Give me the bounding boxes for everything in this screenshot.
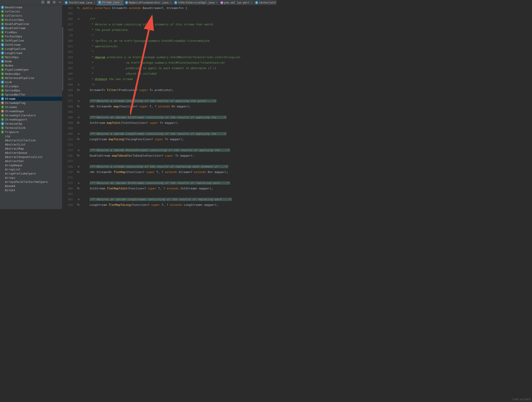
sidebar-item-nodes[interactable]: CNodes <box>0 63 62 68</box>
code-line[interactable]: IntStream flatMapToInt(Function<? super … <box>83 186 277 191</box>
override-gutter[interactable]: O↓ <box>76 169 82 175</box>
close-icon[interactable]: × <box>94 1 95 4</box>
sidebar-item-streamopflag[interactable]: EStreamOpFlag <box>0 101 62 105</box>
code-line[interactable]: LongStream mapToLong(ToLongFunction<? su… <box>83 136 277 142</box>
sidebar-item-arraylist[interactable]: ArrayList <box>0 167 62 171</box>
code-line[interactable]: <R> Stream<R> flatMap(Function<? super T… <box>83 169 277 175</box>
override-gutter[interactable]: O↓ <box>76 120 82 126</box>
sidebar-item-terminalsink[interactable]: CTerminalSink <box>0 126 62 130</box>
code-line[interactable]: public interface Stream<T> extends BaseS… <box>83 5 277 11</box>
sidebar-item-pipelinehelper[interactable]: CPipelineHelper <box>0 68 62 72</box>
sidebar-item-distinctops[interactable]: CDistinctOps <box>0 18 62 22</box>
code-line[interactable]: IntStream mapToInt(ToIntFunction<? super… <box>83 120 277 126</box>
fold-toggle[interactable]: ⊞ <box>76 197 82 202</box>
sidebar-item-abstractqueue[interactable]: AbstractQueue <box>0 151 62 155</box>
fold-toggle[interactable]: ⊞ <box>76 115 82 120</box>
code-line[interactable] <box>83 93 277 98</box>
code-line[interactable]: * @param predicate a <a href="package-su… <box>83 54 277 60</box>
fold-toggle[interactable]: ⊞ <box>76 98 82 104</box>
fold-toggle[interactable]: ⊟ <box>76 16 82 22</box>
sidebar-item-zip[interactable]: zip <box>0 134 62 138</box>
close-icon[interactable]: × <box>251 1 252 4</box>
sidebar-item-streamsupport[interactable]: CStreamSupport <box>0 117 62 122</box>
sidebar-item-sliceops[interactable]: CSliceOps <box>0 84 62 88</box>
sidebar-item-longstream[interactable]: ILongStream <box>0 51 62 55</box>
sidebar-item-stream[interactable]: IStream <box>0 97 62 101</box>
code-line[interactable] <box>83 191 277 197</box>
code-line[interactable]: * the given predicate. <box>83 27 277 32</box>
close-icon[interactable]: × <box>170 1 171 4</box>
sidebar-item-abstractlist[interactable]: AbstractList <box>0 142 62 147</box>
sidebar-item-abstractcollection[interactable]: AbstractCollection <box>0 138 62 142</box>
sidebar-item-abstractsequentiallist[interactable]: AbstractSequentialList <box>0 155 62 159</box>
code-editor[interactable]: 1541551561571585916016116216316416516616… <box>62 5 277 209</box>
sidebar-item-longpipeline[interactable]: CLongPipeline <box>0 47 62 51</box>
code-line[interactable]: /** Returns a stream consisting of the r… <box>83 164 277 169</box>
override-gutter[interactable]: O↓ <box>76 5 82 11</box>
sidebar-item-basestream[interactable]: IBaseStream <box>0 5 62 9</box>
code-content[interactable]: public interface Stream<T> extends BaseS… <box>82 5 277 209</box>
code-line[interactable] <box>83 142 277 147</box>
code-line[interactable]: /** Returns an {@code IntStream} consist… <box>83 180 277 186</box>
tab-centercontroller-java[interactable]: CCenterController.java× <box>254 0 277 5</box>
code-line[interactable]: * <p>This is an <a href="package-summary… <box>83 38 277 44</box>
code-line[interactable] <box>83 11 277 16</box>
code-line[interactable]: * predicate to apply to each element to … <box>83 65 277 71</box>
sidebar-item-referencepipeline[interactable]: CReferencePipeline <box>0 76 62 80</box>
sidebar-item-tripwire[interactable]: CTripwire <box>0 130 62 134</box>
scrollbar[interactable] <box>62 27 63 91</box>
sidebar-item-spinedbuffer[interactable]: CSpinedBuffer <box>0 92 62 97</box>
sidebar-item-reduceops[interactable]: CReduceOps <box>0 72 62 76</box>
code-line[interactable] <box>83 109 277 115</box>
gutter-marks[interactable]: O↓ ⊟ ⊟O↓ ⊞O↓ ⊞O↓ ⊞O↓ ⊞O↓ ⊞O↓ ⊞O↓ ⊞O↓ <box>76 5 82 209</box>
code-line[interactable]: */ <box>83 82 277 87</box>
sidebar-item-arraydeque[interactable]: ArrayDeque <box>0 163 62 167</box>
gear-icon[interactable] <box>52 0 56 5</box>
code-line[interactable]: /** Returns a {@code LongStream} consist… <box>83 131 277 136</box>
sidebar-item-terminalop[interactable]: ITerminalOp <box>0 122 62 126</box>
sidebar-item-base64[interactable]: Base64 <box>0 184 62 188</box>
code-line[interactable]: * operation</a>. <box>83 44 277 49</box>
sidebar-item-bitset[interactable]: BitSet <box>0 188 62 192</box>
tab-stream-java[interactable]: IStream.java× <box>97 0 124 5</box>
fold-toggle[interactable]: ⊞ <box>76 180 82 186</box>
code-line[interactable]: <R> Stream<R> map(Function<? super T, ? … <box>83 104 277 109</box>
sidebar-item-streamspliterators[interactable]: CStreamSpliterators <box>0 113 62 117</box>
sidebar-item-arrays[interactable]: Arrays <box>0 176 62 180</box>
tab-mybatisplusgenerator-java[interactable]: CMyBatisPlusGenerator.java× <box>124 0 173 5</box>
sidebar-item-abstractset[interactable]: AbstractSet <box>0 159 62 163</box>
code-line[interactable]: /** Returns an {@code IntStream} consist… <box>83 115 277 120</box>
fold-toggle[interactable]: ⊞ <box>76 164 82 169</box>
code-line[interactable]: * Returns a stream consisting of the ele… <box>83 22 277 27</box>
sidebar-item-doublestream[interactable]: IDoubleStream <box>0 26 62 30</box>
code-line[interactable] <box>83 175 277 180</box>
close-icon[interactable]: × <box>216 1 217 4</box>
sidebar-item-streamshape[interactable]: EStreamShape <box>0 109 62 113</box>
override-gutter[interactable]: O↓ <box>76 186 82 191</box>
sidebar-item-foreachops[interactable]: CForEachOps <box>0 34 62 39</box>
sidebar-item-abstractmap[interactable]: AbstractMap <box>0 147 62 151</box>
sidebar-item-intstream[interactable]: IIntStream <box>0 43 62 47</box>
code-line[interactable]: * @return the new stream <box>83 76 277 82</box>
fold-toggle[interactable]: ⊞ <box>76 147 82 153</box>
override-gutter[interactable]: O↓ <box>76 87 82 93</box>
code-line[interactable]: Stream<T> filter(Predicate<? super T> pr… <box>83 87 277 93</box>
sidebar-item-collectors[interactable]: CCollectors <box>0 13 62 18</box>
sidebar-item-sortedops[interactable]: CSortedOps <box>0 88 62 92</box>
code-line[interactable]: /** <box>83 16 277 22</box>
code-line[interactable]: /** Returns a {@code DoubleStream} consi… <box>83 147 277 153</box>
sidebar-item-findops[interactable]: CFindOps <box>0 30 62 34</box>
code-line[interactable]: * <a href="package-summary.html#Stateles… <box>83 60 277 65</box>
sidebar-item-arrayprefixhelpers[interactable]: ArrayPrefixHelpers <box>0 171 62 176</box>
sidebar-item-sink[interactable]: ISink <box>0 80 62 84</box>
sidebar-item-node[interactable]: INode <box>0 59 62 63</box>
minus-icon[interactable] <box>58 0 62 5</box>
code-line[interactable] <box>83 126 277 131</box>
code-line[interactable]: * <box>83 49 277 54</box>
fold-toggle[interactable]: ⊟ <box>76 82 82 87</box>
override-gutter[interactable]: O↓ <box>76 136 82 142</box>
sidebar-item-arraysparallelsorthelpers[interactable]: ArraysParallelSortHelpers <box>0 180 62 184</box>
tab-pom-xml-ys-per-[interactable]: mpom.xml (ys-per)× <box>219 0 254 5</box>
code-line[interactable]: /** Returns an {@code LongStream} consis… <box>83 197 277 202</box>
close-icon[interactable]: × <box>121 1 122 4</box>
